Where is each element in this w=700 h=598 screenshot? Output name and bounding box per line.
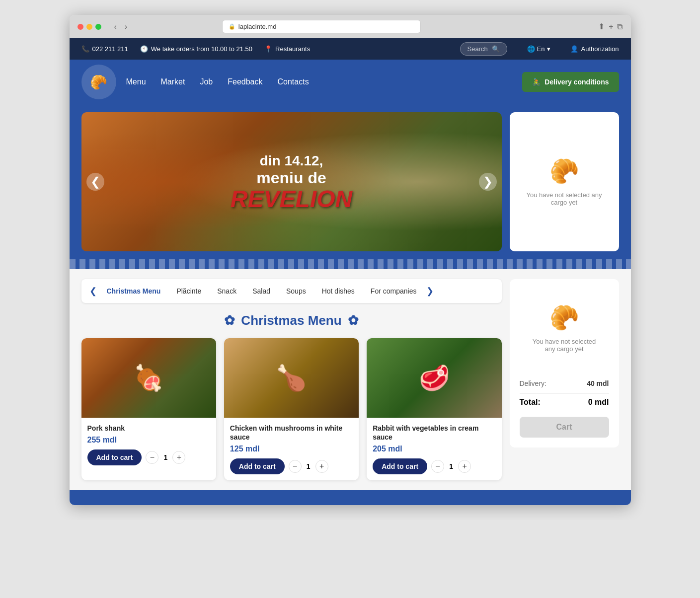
phone-icon: 📞	[81, 45, 89, 53]
product-emoji-1: 🍖	[133, 364, 164, 392]
lock-icon: 🔒	[229, 23, 235, 30]
delivery-conditions-button[interactable]: 🚴 Delivery conditions	[522, 72, 619, 92]
browser-window-controls	[78, 24, 101, 30]
product-image-3: 🥩	[367, 338, 501, 418]
hero-text-revelion: REVELION	[231, 187, 352, 211]
cart-sidebar-panel: 🥐 You have not selected any cargo yet De…	[510, 279, 619, 448]
product-info-1: Pork shank 255 mdl Add to cart − 1 +	[81, 418, 216, 471]
minimize-window-button[interactable]	[86, 24, 92, 30]
add-to-cart-button-1[interactable]: Add to cart	[87, 449, 142, 465]
product-actions-1: Add to cart − 1 +	[87, 449, 210, 465]
hero-text-din: din 14.12,	[231, 153, 352, 169]
chevron-down-icon: ▾	[547, 45, 550, 53]
qty-increase-3[interactable]: +	[458, 460, 471, 473]
address-bar[interactable]: 🔒 laplacinte.md	[222, 20, 421, 33]
tab-placinte[interactable]: Plăcinte	[168, 283, 209, 299]
hero-text-meniu: meniu de	[231, 169, 352, 187]
qty-control-2: − 1 +	[289, 460, 328, 473]
delivery-row: Delivery: 40 mdl	[520, 375, 609, 391]
decorative-border	[70, 259, 631, 269]
search-placeholder: Search	[467, 45, 488, 53]
auth-button[interactable]: 👤 Authorization	[570, 45, 619, 53]
total-value: 0 mdl	[588, 398, 609, 407]
qty-increase-1[interactable]: +	[172, 451, 185, 464]
hours-text: We take orders from 10.00 to 21.50	[151, 45, 252, 53]
top-bar: 📞 022 211 211 🕙 We take orders from 10.0…	[70, 38, 631, 60]
restaurants-item[interactable]: 📍 Restaurants	[264, 45, 310, 53]
qty-value-2: 1	[305, 462, 312, 470]
product-name-1: Pork shank	[87, 424, 210, 433]
tab-christmas-menu[interactable]: Christmas Menu	[99, 283, 169, 299]
hero-arrow-right[interactable]: ❯	[479, 173, 497, 191]
restaurants-label: Restaurants	[275, 45, 310, 53]
phone-number[interactable]: 022 211 211	[92, 45, 128, 53]
hero-banner: ❮ din 14.12, meniu de REVELION ❯	[81, 112, 502, 251]
logo: 🥐	[81, 65, 116, 99]
location-icon: 📍	[264, 45, 272, 53]
sidebar-button[interactable]: ⧉	[617, 22, 622, 31]
qty-value-1: 1	[161, 453, 169, 461]
content-area: ❮ Christmas Menu Plăcinte Snack Salad So…	[70, 269, 631, 490]
tab-arrow-right[interactable]: ❯	[424, 286, 436, 297]
section-title: ✿ Christmas Menu ✿	[81, 313, 502, 328]
product-card-3: 🥩 Rabbit with vegetables in cream sauce …	[367, 338, 501, 480]
close-window-button[interactable]	[78, 24, 83, 30]
product-card-1: 🍖 Pork shank 255 mdl Add to cart − 1 +	[81, 338, 216, 480]
cart-sidebar-icon: 🥐	[549, 304, 579, 332]
browser-window: ‹ › 🔒 laplacinte.md ⬆ + ⧉ 📞 022 211 211 …	[70, 15, 631, 505]
hours-item: 🕙 We take orders from 10.00 to 21.50	[140, 45, 252, 53]
browser-navigation: ‹ ›	[111, 21, 131, 32]
nav-job[interactable]: Job	[200, 68, 213, 96]
tab-for-companies[interactable]: For companies	[363, 283, 425, 299]
qty-decrease-3[interactable]: −	[431, 460, 444, 473]
search-icon: 🔍	[492, 45, 500, 53]
share-button[interactable]: ⬆	[598, 22, 605, 31]
product-card-2: 🍗 Chicken with mushrooms in white sauce …	[224, 338, 359, 480]
auth-label: Authorization	[581, 45, 619, 53]
language-selector[interactable]: 🌐 En ▾	[527, 45, 550, 53]
cart-button[interactable]: Cart	[520, 417, 609, 438]
language-label: En	[537, 45, 545, 53]
qty-decrease-2[interactable]: −	[289, 460, 302, 473]
search-bar[interactable]: Search 🔍	[460, 42, 507, 56]
hero-banner-content: din 14.12, meniu de REVELION	[231, 153, 352, 211]
bottom-strip	[70, 490, 631, 505]
browser-titlebar: ‹ › 🔒 laplacinte.md ⬆ + ⧉	[70, 15, 631, 38]
product-name-3: Rabbit with vegetables in cream sauce	[373, 424, 495, 442]
qty-increase-2[interactable]: +	[315, 460, 328, 473]
cart-empty-message: You have not selected any cargo yet	[520, 191, 609, 206]
tab-arrow-left[interactable]: ❮	[87, 286, 99, 297]
cart-sidebar-empty: 🥐 You have not selected any cargo yet	[520, 289, 609, 368]
logo-area[interactable]: 🥐	[81, 60, 126, 104]
tab-snack[interactable]: Snack	[209, 283, 244, 299]
forward-button[interactable]: ›	[122, 21, 130, 32]
nav-market[interactable]: Market	[161, 68, 185, 96]
add-to-cart-button-3[interactable]: Add to cart	[373, 458, 427, 474]
hero-arrow-left[interactable]: ❮	[86, 173, 104, 191]
nav-menu[interactable]: Menu	[126, 68, 146, 96]
tab-hot-dishes[interactable]: Hot dishes	[314, 283, 363, 299]
product-price-2: 125 mdl	[230, 445, 353, 453]
qty-control-3: − 1 +	[431, 460, 471, 473]
category-tabs: ❮ Christmas Menu Plăcinte Snack Salad So…	[81, 279, 502, 303]
product-actions-2: Add to cart − 1 +	[230, 458, 353, 474]
qty-decrease-1[interactable]: −	[146, 451, 158, 464]
maximize-window-button[interactable]	[95, 24, 101, 30]
tab-salad[interactable]: Salad	[244, 283, 278, 299]
back-button[interactable]: ‹	[111, 21, 120, 32]
nav-contacts[interactable]: Contacts	[278, 68, 309, 96]
new-tab-button[interactable]: +	[609, 22, 613, 31]
nav-feedback[interactable]: Feedback	[228, 68, 262, 96]
browser-action-buttons: ⬆ + ⧉	[598, 22, 622, 31]
product-actions-3: Add to cart − 1 +	[373, 458, 495, 474]
main-content: ❮ Christmas Menu Plăcinte Snack Salad So…	[81, 279, 502, 480]
tab-soups[interactable]: Soups	[278, 283, 314, 299]
main-navigation: 🥐 Menu Market Job Feedback Contacts 🚴 De…	[70, 60, 631, 104]
globe-icon: 🌐	[527, 45, 535, 53]
product-image-1: 🍖	[81, 338, 216, 418]
total-row: Total: 0 mdl	[520, 393, 609, 411]
section-title-text: Christmas Menu	[241, 313, 341, 328]
add-to-cart-button-2[interactable]: Add to cart	[230, 458, 285, 474]
section-icon-left: ✿	[224, 313, 235, 328]
cart-sidebar-message: You have not selected any cargo yet	[530, 338, 599, 353]
